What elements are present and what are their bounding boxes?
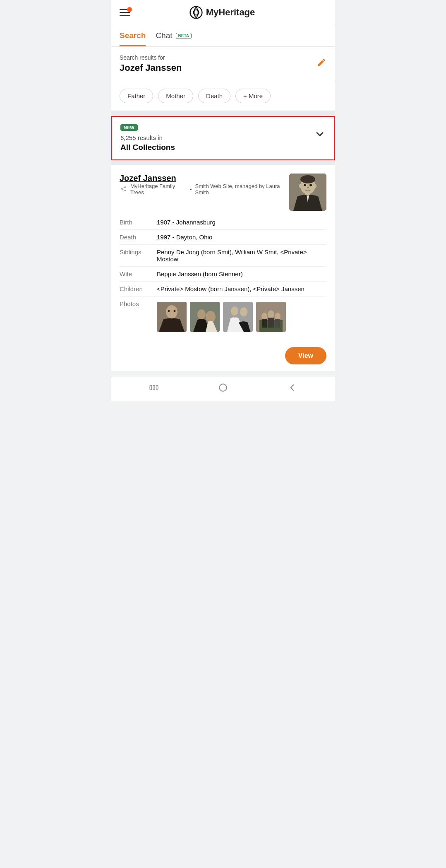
- collections-count: 6,255 results in: [120, 134, 175, 141]
- svg-point-13: [309, 184, 312, 186]
- section-divider: [111, 111, 335, 116]
- svg-rect-36: [153, 386, 155, 390]
- svg-rect-38: [219, 384, 226, 391]
- source-icon: [120, 185, 127, 194]
- chevron-down-icon: [314, 128, 326, 142]
- filter-father[interactable]: Father: [120, 89, 153, 103]
- menu-button[interactable]: [120, 9, 130, 16]
- source-text: MyHeritage Family Trees: [130, 183, 187, 195]
- svg-point-3: [125, 186, 126, 188]
- source-separator: •: [190, 186, 192, 193]
- svg-rect-33: [268, 318, 274, 328]
- photo-thumb-3[interactable]: [223, 302, 253, 332]
- bottom-nav: [111, 376, 335, 401]
- field-label-birth: Birth: [120, 215, 157, 230]
- svg-point-28: [261, 313, 267, 320]
- svg-point-26: [240, 307, 247, 316]
- filter-section: Father Mother Death + More: [111, 81, 335, 111]
- field-value-birth: 1907 - Johannasburg: [157, 215, 326, 230]
- search-name: Jozef Janssen: [120, 63, 182, 73]
- svg-point-23: [206, 311, 216, 323]
- field-label-children: Children: [120, 282, 157, 297]
- table-row: Wife Beppie Janssen (born Stenner): [120, 267, 326, 282]
- svg-rect-32: [262, 319, 267, 328]
- beta-badge: BETA: [176, 33, 192, 39]
- app-logo: MyHeritage: [189, 6, 255, 19]
- search-result-label: Search results for: [120, 54, 182, 61]
- svg-line-6: [122, 189, 125, 190]
- svg-point-15: [314, 184, 317, 188]
- nav-back-icon[interactable]: [287, 382, 297, 395]
- tab-chat[interactable]: Chat BETA: [156, 25, 192, 46]
- svg-point-20: [174, 310, 176, 312]
- svg-point-10: [300, 175, 315, 183]
- svg-point-30: [275, 313, 281, 320]
- field-label-siblings: Siblings: [120, 245, 157, 267]
- field-value-death: 1997 - Dayton, Ohio: [157, 230, 326, 245]
- svg-point-17: [166, 305, 177, 318]
- table-row: Birth 1907 - Johannasburg: [120, 215, 326, 230]
- result-card: Jozef Janssen MyHeritage Family Trees • …: [111, 165, 335, 342]
- svg-rect-34: [275, 319, 280, 328]
- result-card-header: Jozef Janssen MyHeritage Family Trees • …: [120, 174, 326, 211]
- table-row: Children <Private> Mostow (born Janssen)…: [120, 282, 326, 297]
- svg-point-25: [231, 306, 238, 316]
- view-button[interactable]: View: [285, 347, 326, 364]
- svg-line-5: [122, 187, 125, 188]
- photo-thumb-1[interactable]: [157, 302, 187, 332]
- svg-point-22: [197, 309, 206, 319]
- result-name[interactable]: Jozef Janssen: [120, 174, 289, 183]
- logo-text: MyHeritage: [206, 7, 255, 18]
- nav-menu-icon[interactable]: [149, 382, 159, 395]
- filter-mother[interactable]: Mother: [158, 89, 193, 103]
- tab-search[interactable]: Search: [120, 25, 146, 46]
- filter-more[interactable]: + More: [235, 89, 271, 103]
- svg-point-19: [168, 310, 170, 312]
- data-table: Birth 1907 - Johannasburg Death 1997 - D…: [120, 215, 326, 335]
- photo-thumb-2[interactable]: [190, 302, 220, 332]
- result-photo: [289, 174, 326, 211]
- search-title-section: Search results for Jozef Janssen: [111, 47, 335, 81]
- photos-row: [157, 302, 326, 332]
- app-header: MyHeritage: [111, 0, 335, 25]
- collections-name: All Collections: [120, 143, 175, 152]
- svg-point-2: [121, 188, 122, 189]
- view-btn-row: View: [111, 342, 335, 371]
- new-badge: NEW: [120, 124, 138, 131]
- nav-home-icon[interactable]: [218, 382, 228, 395]
- table-row: Death 1997 - Dayton, Ohio: [120, 230, 326, 245]
- photo-thumb-4[interactable]: [256, 302, 286, 332]
- svg-point-29: [268, 310, 274, 318]
- table-row-photos: Photos: [120, 297, 326, 336]
- svg-rect-37: [156, 386, 158, 390]
- notification-dot: [127, 7, 132, 12]
- table-row: Siblings Penny De Jong (born Smit), Will…: [120, 245, 326, 267]
- field-value-children: <Private> Mostow (born Janssen), <Privat…: [157, 282, 326, 297]
- collections-card[interactable]: NEW 6,255 results in All Collections: [111, 116, 335, 160]
- field-value-photos: [157, 297, 326, 336]
- svg-rect-35: [150, 386, 152, 390]
- filter-death[interactable]: Death: [198, 89, 230, 103]
- svg-point-4: [125, 190, 126, 191]
- field-value-siblings: Penny De Jong (born Smit), William W Smi…: [157, 245, 326, 267]
- field-label-photos: Photos: [120, 297, 157, 336]
- section-divider-2: [111, 160, 335, 165]
- field-value-wife: Beppie Janssen (born Stenner): [157, 267, 326, 282]
- tabs-bar: Search Chat BETA: [111, 25, 335, 47]
- source-extra: Smith Web Site, managed by Laura Smith: [195, 183, 289, 195]
- svg-point-14: [299, 184, 302, 188]
- edit-button[interactable]: [317, 58, 326, 70]
- source-line: MyHeritage Family Trees • Smith Web Site…: [120, 183, 289, 195]
- field-label-wife: Wife: [120, 267, 157, 282]
- field-label-death: Death: [120, 230, 157, 245]
- svg-point-12: [304, 184, 306, 186]
